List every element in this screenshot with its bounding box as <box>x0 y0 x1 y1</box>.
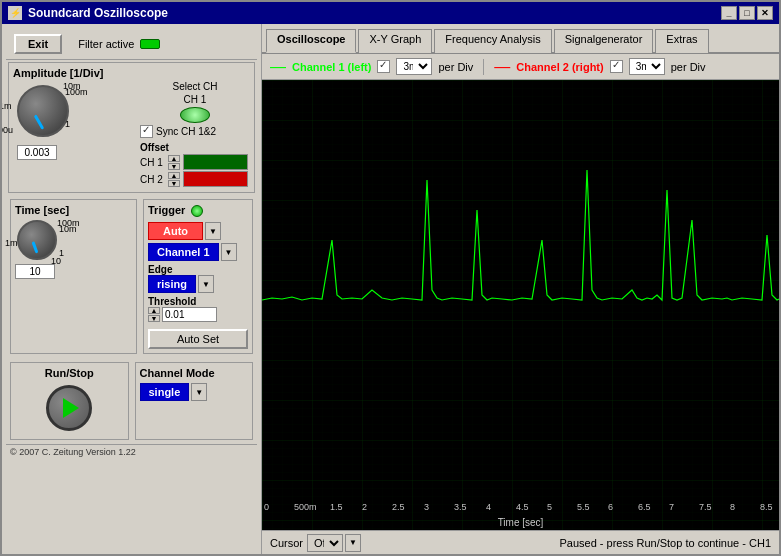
offset-ch1-label: CH 1 <box>140 157 165 168</box>
play-icon <box>63 398 79 418</box>
offset-ch1-input[interactable]: 0.0000 <box>183 154 248 170</box>
channel-mode-button[interactable]: single <box>140 383 190 401</box>
ch2-per-div-select[interactable]: 3m <box>629 58 665 75</box>
tab-signal-generator[interactable]: Signalgenerator <box>554 29 654 53</box>
cursor-label: Cursor <box>270 537 303 549</box>
trigger-channel-dropdown[interactable]: ▼ <box>221 243 237 261</box>
time-knob[interactable] <box>17 220 57 260</box>
copyright-text: © 2007 C. Zeitung Version 1.22 <box>10 447 136 457</box>
status-bar: Cursor Off ▼ Paused - press Run/Stop to … <box>262 530 779 554</box>
channel-mode-title: Channel Mode <box>140 367 249 379</box>
offset-ch2-down[interactable]: ▼ <box>168 180 180 187</box>
window-controls: _ □ ✕ <box>721 6 773 20</box>
copyright-bar: © 2007 C. Zeitung Version 1.22 <box>6 444 257 459</box>
tab-extras[interactable]: Extras <box>655 29 708 53</box>
right-panel: Oscilloscope X-Y Graph Frequency Analysi… <box>262 24 779 554</box>
offset-ch1-up[interactable]: ▲ <box>168 155 180 162</box>
tab-oscilloscope[interactable]: Oscilloscope <box>266 29 356 53</box>
time-title: Time [sec] <box>15 204 132 216</box>
tab-xy-graph[interactable]: X-Y Graph <box>358 29 432 53</box>
trigger-channel-button[interactable]: Channel 1 <box>148 243 219 261</box>
threshold-label: Threshold <box>148 296 248 307</box>
channel-divider <box>483 59 484 75</box>
minimize-button[interactable]: _ <box>721 6 737 20</box>
threshold-down[interactable]: ▼ <box>148 315 160 322</box>
ch1-channel-label: Channel 1 (left) <box>292 61 371 73</box>
amplitude-knob[interactable] <box>17 85 69 137</box>
trigger-title: Trigger <box>148 204 185 216</box>
close-button[interactable]: ✕ <box>757 6 773 20</box>
window-title: Soundcard Oszilloscope <box>28 6 168 20</box>
run-stop-title: Run/Stop <box>45 367 94 379</box>
ch2-channel-label: Channel 2 (right) <box>516 61 603 73</box>
trigger-section: Trigger Auto ▼ Channel 1 ▼ Edge <box>143 199 253 354</box>
tab-frequency-analysis[interactable]: Frequency Analysis <box>434 29 551 53</box>
trigger-edge-button[interactable]: rising <box>148 275 196 293</box>
ch1-checkbox[interactable] <box>377 60 390 73</box>
cursor-dropdown[interactable]: ▼ <box>345 534 361 552</box>
exit-button[interactable]: Exit <box>14 34 62 54</box>
app-icon: ⚡ <box>8 6 22 20</box>
trigger-auto-button[interactable]: Auto <box>148 222 203 240</box>
controls-topbar: Exit Filter active <box>6 28 257 60</box>
select-ch-label: Select CH <box>140 81 250 92</box>
sync-label: Sync CH 1&2 <box>156 126 216 137</box>
filter-label: Filter active <box>78 38 134 50</box>
maximize-button[interactable]: □ <box>739 6 755 20</box>
time-section: Time [sec] 100m 10m 1m 1 10 <box>10 199 137 354</box>
offset-ch2-up[interactable]: ▲ <box>168 172 180 179</box>
ch1-line-indicator: — <box>270 59 286 75</box>
run-stop-button[interactable] <box>46 385 92 431</box>
auto-set-button[interactable]: Auto Set <box>148 329 248 349</box>
ch2-line-indicator: — <box>494 59 510 75</box>
ch1-per-div-unit: per Div <box>438 61 473 73</box>
filter-led <box>140 39 160 49</box>
channel-bar: — Channel 1 (left) 3m per Div — Channel … <box>262 54 779 80</box>
run-stop-section: Run/Stop <box>10 362 129 440</box>
trigger-led <box>191 205 203 217</box>
main-window: ⚡ Soundcard Oszilloscope _ □ ✕ Exit Filt… <box>0 0 781 556</box>
channel-mode-dropdown[interactable]: ▼ <box>191 383 207 401</box>
time-value[interactable]: 10 <box>15 264 55 279</box>
offset-label: Offset <box>140 142 250 153</box>
offset-ch1-down[interactable]: ▼ <box>168 163 180 170</box>
trigger-edge-dropdown[interactable]: ▼ <box>198 275 214 293</box>
threshold-up[interactable]: ▲ <box>148 307 160 314</box>
offset-ch2-input[interactable]: 0.0000 <box>183 171 248 187</box>
offset-ch2-spinner[interactable]: ▲ ▼ <box>168 172 180 187</box>
select-ch-area: Select CH CH 1 Sync CH 1&2 Offset CH 1 <box>140 81 250 188</box>
tabs-bar: Oscilloscope X-Y Graph Frequency Analysi… <box>262 24 779 54</box>
oscilloscope-svg <box>262 80 779 530</box>
offset-ch1-spinner[interactable]: ▲ ▼ <box>168 155 180 170</box>
sync-ch-area: Sync CH 1&2 <box>140 125 250 138</box>
ch1-led <box>180 107 210 123</box>
title-bar: ⚡ Soundcard Oszilloscope _ □ ✕ <box>2 2 779 24</box>
amplitude-value[interactable]: 0.003 <box>17 145 57 160</box>
offset-ch1-row: CH 1 ▲ ▼ 0.0000 <box>140 154 250 170</box>
amplitude-title: Amplitude [1/Div] <box>13 67 250 79</box>
sync-checkbox[interactable] <box>140 125 153 138</box>
left-panel: Exit Filter active Amplitude [1/Div] 10m… <box>2 24 262 554</box>
ch2-checkbox[interactable] <box>610 60 623 73</box>
threshold-input[interactable] <box>162 307 217 322</box>
offset-ch2-label: CH 2 <box>140 174 165 185</box>
svg-rect-2 <box>262 80 779 530</box>
amplitude-section: Amplitude [1/Div] 10m 100m 1m <box>8 62 255 193</box>
cursor-select[interactable]: Off <box>307 534 343 552</box>
status-text: Paused - press Run/Stop to continue - CH… <box>559 537 771 549</box>
ch1-per-div-select[interactable]: 3m <box>396 58 432 75</box>
x-axis-title: Time [sec] <box>498 517 544 528</box>
channel-mode-section: Channel Mode single ▼ <box>135 362 254 440</box>
oscilloscope-display: 0 500m 1.5 2 2.5 3 3.5 4 4.5 5 5.5 6 6.5… <box>262 80 779 530</box>
trigger-header: Trigger <box>148 204 248 218</box>
edge-label: Edge <box>148 264 248 275</box>
trigger-auto-dropdown[interactable]: ▼ <box>205 222 221 240</box>
ch1-label: CH 1 <box>140 94 250 105</box>
offset-section: Offset CH 1 ▲ ▼ 0.0000 <box>140 142 250 187</box>
offset-ch2-row: CH 2 ▲ ▼ 0.0000 <box>140 171 250 187</box>
ch2-per-div-unit: per Div <box>671 61 706 73</box>
